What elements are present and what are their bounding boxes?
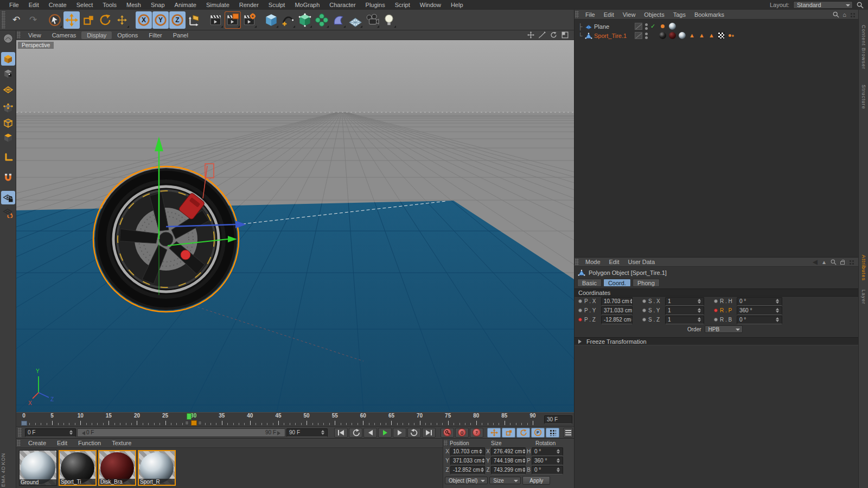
range-start-marker[interactable]	[21, 421, 27, 426]
layer-toggle[interactable]	[635, 32, 642, 39]
key-parameter-toggle[interactable]: P	[531, 428, 545, 438]
key-rotation-toggle[interactable]	[516, 428, 530, 438]
menu-plugins[interactable]: Plugins	[361, 1, 390, 9]
last-tool-button[interactable]	[114, 11, 130, 29]
play-backwards-button[interactable]	[349, 428, 362, 438]
coords-size-select[interactable]: Size	[489, 477, 521, 484]
spinner-icon[interactable]	[321, 429, 325, 436]
material-tag-brake[interactable]	[668, 31, 676, 40]
goto-end-button[interactable]	[422, 428, 436, 438]
om-grip[interactable]	[575, 11, 579, 18]
pan-view-icon[interactable]	[527, 31, 534, 38]
position-y-field[interactable]: 371.033 cm	[450, 457, 485, 465]
keyframe-dot-sz[interactable]	[642, 318, 646, 322]
menu-snap[interactable]: Snap	[146, 1, 170, 9]
coords-grip[interactable]	[444, 440, 448, 446]
keyframe-dot-pz[interactable]	[578, 318, 582, 322]
next-frame-button[interactable]	[393, 428, 406, 438]
keyframe-nav-marker[interactable]	[198, 421, 202, 425]
slider-right-arrow-icon[interactable]	[277, 431, 283, 435]
attr-rb-field[interactable]: 0 °	[737, 316, 782, 324]
keyframe-dot-px[interactable]	[578, 299, 582, 303]
order-select[interactable]: HPB	[705, 325, 743, 333]
toolbar-grip[interactable]	[2, 11, 5, 29]
toggle-view-icon[interactable]	[561, 31, 569, 38]
enabled-check-icon[interactable]: ✓	[650, 23, 657, 30]
keyframe-dot-rb[interactable]	[714, 318, 718, 322]
add-spline-button[interactable]	[280, 11, 296, 29]
attr-px-field[interactable]: 10.703 cm	[601, 297, 633, 306]
timeline-options-button[interactable]	[563, 428, 573, 438]
attr-grip[interactable]	[575, 259, 579, 265]
coords-mode-select[interactable]: Object (Rel)	[445, 477, 488, 484]
search-icon[interactable]	[857, 2, 864, 9]
freeze-transformation-bar[interactable]: Freeze Transformation	[575, 337, 858, 345]
menu-animate[interactable]: Animate	[170, 1, 201, 9]
loop-button[interactable]	[407, 428, 421, 438]
edges-mode-button[interactable]	[1, 116, 15, 130]
object-name[interactable]: Plane	[594, 23, 633, 30]
material-disk-brake[interactable]: Disk_Bra	[98, 450, 136, 486]
keyframe-nav-marker[interactable]	[185, 421, 189, 425]
menu-tools[interactable]: Tools	[98, 1, 122, 9]
menu-sculpt[interactable]: Sculpt	[264, 1, 290, 9]
mat-menu-create[interactable]: Create	[23, 440, 52, 446]
range-start-field[interactable]: 0 F	[25, 428, 76, 437]
record-keyframe-button[interactable]	[441, 428, 454, 438]
menu-mograph[interactable]: MoGraph	[290, 1, 324, 9]
render-picture-viewer-button[interactable]	[225, 11, 241, 29]
layer-toggle[interactable]	[635, 23, 642, 30]
om-menu-file[interactable]: File	[581, 11, 599, 18]
key-scale-toggle[interactable]	[502, 428, 515, 438]
tab-attributes[interactable]: Attributes	[861, 255, 866, 281]
frame-range-slider[interactable]: 0 F 90 F	[77, 428, 285, 437]
tab-phong[interactable]: Phong	[633, 279, 660, 287]
live-selection-button[interactable]	[47, 11, 63, 29]
attr-sz-field[interactable]: 1	[665, 316, 704, 324]
position-x-field[interactable]: 10.703 cm	[450, 447, 485, 456]
size-y-field[interactable]: 744.198 cm	[491, 457, 526, 465]
render-view-button[interactable]	[208, 11, 224, 29]
add-floor-button[interactable]	[347, 11, 363, 29]
history-back-icon[interactable]: ◀	[813, 258, 818, 266]
vp-menu-filter[interactable]: Filter	[143, 31, 167, 39]
menu-window[interactable]: Window	[415, 1, 446, 9]
position-z-field[interactable]: -12.852 cm	[450, 466, 485, 474]
scale-tool-button[interactable]	[80, 11, 97, 29]
add-deformer-button[interactable]	[330, 11, 347, 29]
range-end-field[interactable]: 90 F	[286, 428, 328, 437]
om-menu-edit[interactable]: Edit	[599, 11, 618, 18]
object-row-plane[interactable]: ├ Plane ✓	[575, 22, 858, 31]
compositing-tag[interactable]	[659, 22, 667, 30]
apply-button[interactable]: Apply	[522, 476, 550, 485]
menu-simulate[interactable]: Simulate	[201, 1, 234, 9]
menu-create[interactable]: Create	[44, 1, 72, 9]
material-sport-tire[interactable]: Sport_Ti	[59, 450, 97, 486]
selection-tag-2[interactable]: ▲	[698, 31, 706, 40]
pin-icon[interactable]: ▲	[821, 259, 827, 265]
uvw-tag[interactable]	[717, 31, 725, 40]
phong-tag[interactable]	[727, 31, 735, 40]
keyframe-dot-py[interactable]	[578, 309, 582, 312]
goto-start-button[interactable]	[334, 428, 348, 438]
playhead[interactable]	[187, 413, 192, 420]
attr-search-icon[interactable]	[831, 259, 837, 265]
menu-mesh[interactable]: Mesh	[122, 1, 146, 9]
tab-content-browser[interactable]: Content Browser	[861, 25, 866, 69]
keyframe-dot-sx[interactable]	[642, 299, 646, 303]
vp-menu-options[interactable]: Options	[112, 31, 143, 39]
om-menu-tags[interactable]: Tags	[669, 11, 690, 18]
attr-rp-field[interactable]: 360 °	[737, 306, 782, 315]
current-frame-field[interactable]: 30 F	[544, 415, 572, 424]
keyframe-dot-rh[interactable]	[714, 299, 718, 303]
timeline-ruler[interactable]: 051015202530354045505560657075808590	[16, 412, 542, 426]
om-panel-icon[interactable]	[850, 12, 855, 17]
menu-help[interactable]: Help	[446, 1, 468, 9]
play-button[interactable]	[378, 428, 392, 438]
tab-coord[interactable]: Coord.	[603, 279, 631, 287]
menu-character[interactable]: Character	[324, 1, 360, 9]
attr-pz-field[interactable]: -12.852 cm	[601, 316, 633, 324]
rotation-p-field[interactable]: 360 °	[532, 457, 563, 465]
enable-axis-button[interactable]	[1, 151, 15, 164]
visibility-dots[interactable]	[645, 23, 648, 30]
